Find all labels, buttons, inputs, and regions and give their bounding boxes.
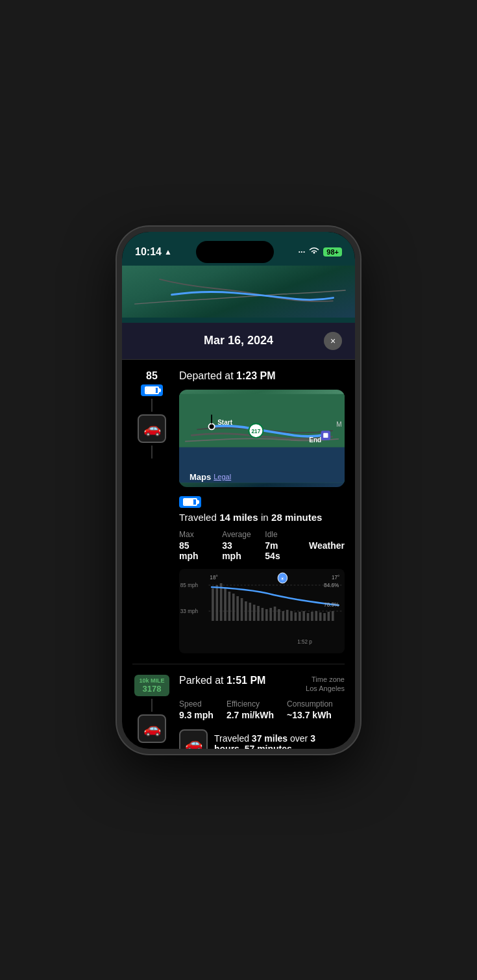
svg-rect-25 — [262, 608, 264, 621]
efficiency-label: Efficiency — [226, 699, 274, 709]
departed-line: Departed at 1:23 PM — [179, 370, 345, 382]
svg-rect-14 — [215, 585, 218, 621]
svg-rect-31 — [286, 610, 289, 621]
svg-text:84.6%: 84.6% — [324, 581, 339, 588]
avg-speed-val: 33 mph — [222, 540, 252, 561]
close-button[interactable]: × — [324, 332, 342, 350]
svg-rect-20 — [241, 598, 243, 621]
avg-speed-label: Average — [222, 530, 252, 539]
car-icon-top: 🚗 — [138, 414, 166, 443]
map-background — [122, 266, 355, 318]
battery-display: 98+ — [323, 247, 342, 257]
svg-rect-5 — [323, 433, 328, 437]
svg-rect-34 — [299, 612, 301, 621]
odometer-badge: 10k MILE 3178 — [134, 675, 169, 696]
svg-rect-22 — [249, 603, 251, 621]
svg-rect-40 — [323, 613, 326, 621]
svg-text:33 mph: 33 mph — [180, 607, 199, 614]
svg-point-2 — [209, 423, 215, 429]
parked-stats: Speed 9.3 mph Efficiency 2.7 mi/kWh Cons… — [179, 699, 345, 720]
consumption-label: Consumption — [287, 699, 333, 709]
svg-rect-18 — [232, 594, 235, 621]
idle-label: Idle — [265, 530, 294, 539]
car-icon-total: 🚗 — [179, 729, 208, 748]
total-prefix: Traveled — [214, 733, 249, 744]
svg-rect-41 — [328, 612, 330, 621]
max-speed-val: 85 mph — [179, 540, 209, 561]
max-speed-stat: Max 85 mph — [179, 530, 209, 561]
traveled-in: in — [261, 512, 269, 523]
avg-speed-parked: Speed 9.3 mph — [179, 699, 214, 720]
consumption-val: ~13.7 kWh — [287, 710, 333, 720]
timezone-label: Time zone Los Angeles — [306, 675, 345, 694]
svg-rect-35 — [302, 611, 305, 621]
svg-rect-17 — [228, 592, 231, 621]
time-display: 10:14 — [135, 246, 162, 258]
total-miles: 37 miles — [252, 733, 287, 744]
end-battery-icon — [179, 496, 201, 508]
svg-text:17°: 17° — [332, 573, 339, 580]
legal-link[interactable]: Legal — [214, 473, 231, 481]
main-content: 85 🚗 Departed at 1:23 PM — [122, 360, 355, 749]
dots-icon: ··· — [298, 247, 305, 257]
traveled-prefix: Traveled — [179, 512, 217, 523]
parked-timeline-col: 10k MILE 3178 🚗 — [132, 675, 171, 743]
speed-val: 9.3 mph — [179, 710, 214, 720]
svg-rect-32 — [290, 611, 293, 621]
svg-rect-24 — [257, 606, 260, 621]
traveled-miles: 14 miles — [219, 512, 258, 523]
timezone-label-2: Los Angeles — [306, 685, 345, 692]
status-left: 10:14 ▲ — [135, 246, 172, 258]
svg-rect-15 — [220, 583, 223, 621]
location-icon: ▲ — [164, 247, 172, 257]
svg-text:85 mph: 85 mph — [180, 581, 199, 588]
parked-label: Parked at — [179, 675, 223, 686]
battery-inner — [145, 386, 159, 394]
total-traveled-text: Traveled 37 miles over 3 hours, 57 minut… — [214, 733, 345, 748]
svg-text:End: End — [309, 436, 321, 444]
top-area: 10:14 ▲ ··· 98+ — [122, 232, 355, 323]
header-date: Mar 16, 2024 — [153, 334, 324, 347]
parked-section: 10k MILE 3178 🚗 Parked at 1:51 PM T — [122, 664, 355, 749]
maps-attribution: Maps Legal — [187, 472, 231, 482]
departed-time: 1:23 PM — [236, 370, 275, 381]
svg-rect-33 — [295, 612, 297, 621]
svg-rect-16 — [224, 588, 226, 621]
wifi-icon — [309, 247, 319, 257]
svg-text:Start: Start — [217, 419, 232, 426]
battery-inner-2 — [183, 498, 197, 506]
travel-summary-row — [179, 496, 345, 508]
svg-text:18°: 18° — [210, 573, 217, 580]
odometer-top-label: 10k MILE — [138, 677, 165, 684]
dynamic-island — [196, 241, 274, 263]
odometer-value: 3178 — [138, 684, 165, 694]
battery-fill — [146, 388, 156, 393]
svg-text:1:52 p: 1:52 p — [297, 638, 312, 644]
svg-rect-29 — [278, 609, 280, 621]
maps-label: Maps — [190, 472, 211, 482]
trip-departure-info: Departed at 1:23 PM — [179, 370, 345, 653]
traveled-summary: Traveled 14 miles in 28 minutes — [179, 512, 345, 523]
svg-rect-36 — [307, 613, 310, 621]
svg-text:217: 217 — [252, 428, 261, 434]
efficiency-val: 2.7 mi/kWh — [226, 710, 274, 720]
parked-line: Parked at 1:51 PM — [179, 675, 265, 686]
phone-screen: 10:14 ▲ ··· 98+ — [122, 232, 355, 749]
trip-departure-section: 85 🚗 Departed at 1:23 PM — [122, 360, 355, 664]
speed-label: Speed — [179, 699, 214, 709]
svg-rect-42 — [332, 611, 334, 621]
timeline-line-mid — [151, 446, 153, 459]
svg-text:78.9%: 78.9% — [324, 601, 339, 607]
svg-rect-38 — [315, 611, 317, 621]
timeline-column: 85 🚗 — [132, 370, 171, 459]
avg-speed-stat: Average 33 mph — [222, 530, 252, 561]
speed-battery-chart: 85 mph 33 mph 18° 17° 84.6% 78.9% 1:52 p — [179, 569, 345, 653]
timeline-line-parked — [151, 699, 153, 712]
timezone-label-1: Time zone — [312, 675, 345, 683]
status-right: ··· 98+ — [298, 247, 342, 257]
idle-val: 7m 54s — [265, 540, 294, 561]
status-bar: 10:14 ▲ ··· 98+ — [122, 232, 355, 266]
parked-header-row: Parked at 1:51 PM Time zone Los Angeles — [179, 675, 345, 694]
svg-rect-26 — [265, 609, 268, 621]
total-traveled-row: 🚗 Traveled 37 miles over 3 hours, 57 min… — [179, 729, 345, 748]
